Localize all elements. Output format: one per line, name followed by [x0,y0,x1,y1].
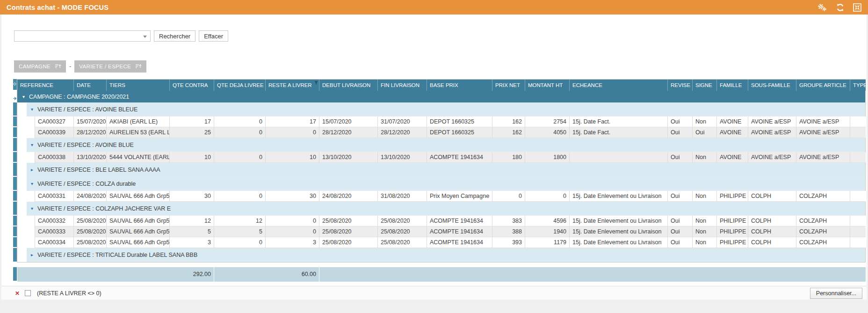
col-header-revise[interactable]: REVISE [668,80,693,91]
filter-checkbox[interactable] [25,290,31,296]
total-type [850,267,866,282]
row-indicator [13,79,17,91]
rechercher-button[interactable]: Rechercher [154,30,195,42]
cell-date: 25/08/2020 [74,237,107,248]
col-header-reference[interactable]: REFERENCE [17,80,74,91]
cell-qte_deja_livree: 5 [214,226,266,237]
sort-asc-icon[interactable] [135,64,142,70]
cell-date: 25/08/2020 [74,216,107,226]
col-header-sous_famille[interactable]: SOUS-FAMILLE [748,80,796,91]
col-header-fin_livraison[interactable]: FIN LIVRAISON [378,80,427,91]
cell-fin_livraison: 13/10/2020 [378,152,427,163]
chevron-down-icon[interactable]: ▾ [22,95,25,99]
col-header-echeance[interactable]: ECHEANCE [570,80,668,91]
row-indicator [13,191,17,202]
col-header-debut_livraison[interactable]: DEBUT LIVRAISON [319,80,378,91]
cell-groupe_article: COLZAPH [796,191,850,202]
cell-famille: AVOINE [717,127,748,138]
table-row[interactable]: CA00032715/07/2020AKIABI (EARL LE)170171… [13,116,866,127]
total-signe [693,267,717,282]
total-tiers [107,267,170,282]
table-row[interactable]: CA00033425/08/2020SAUVAL 666 Adh Grp5303… [13,237,866,248]
cell-montant_ht: 1179 [525,237,570,248]
total-reference [17,267,74,282]
table-row[interactable]: CA00033928/12/2020AURELIEN 53 (EARL LE25… [13,127,866,138]
col-header-label: GROUPE ARTICLE [799,82,846,88]
variete-group-bar[interactable]: ▸VARIETE / ESPECE : BLE LABEL SANA AAAA [27,163,865,177]
group-chip-variete-espece[interactable]: VARIETE / ESPECE [74,60,146,73]
col-header-qte_contra[interactable]: QTE CONTRA [170,80,214,91]
group-row-campagne[interactable]: ▾CAMPAGNE : CAMPAGNE 2020/2021 [13,91,866,102]
cell-signe: Non [693,226,717,237]
variete-group-bar[interactable]: ▸VARIETE / ESPECE : TRITICALE Durable LA… [27,248,865,262]
row-indicator [13,248,17,262]
remove-filter-icon[interactable]: ✕ [15,290,20,297]
table-row[interactable]: CA00033225/08/2020SAUVAL 666 Adh Grp5121… [13,216,866,226]
chevron-down-icon[interactable]: ▾ [31,107,33,112]
col-header-date[interactable]: DATE [74,80,107,91]
table-row[interactable]: CA00033813/10/20205444 VOLANTE (EARL1001… [13,152,866,163]
row-indicator [13,202,17,216]
col-header-base_prix[interactable]: BASE PRIX [427,80,492,91]
cell-qte_contra: 25 [170,127,214,138]
cell-base_prix: ACOMPTE 1941634 [427,216,492,226]
search-combobox[interactable] [14,30,151,42]
col-header-prix_net[interactable]: PRIX NET [492,80,525,91]
cell-groupe_article: COLZAPH [796,237,850,248]
group-row[interactable]: ▾VARIETE / ESPECE : COLZA durable [13,177,866,191]
group-row[interactable]: ▾VARIETE / ESPECE : COLZAPH JACHERE VAR … [13,202,866,216]
col-header-label: REVISE [671,82,690,88]
col-header-signe[interactable]: SIGNE [693,80,717,91]
chevron-right-icon[interactable]: ▸ [31,253,33,257]
table-row[interactable]: CA00033325/08/2020SAUVAL 666 Adh Grp5550… [13,226,866,237]
personnaliser-button[interactable]: Personnaliser... [810,288,862,299]
campagne-group-bar[interactable]: ▾CAMPAGNE : CAMPAGNE 2020/2021 [17,91,865,102]
chevron-down-icon[interactable] [143,36,147,38]
refresh-icon[interactable] [836,3,845,12]
group-row[interactable]: ▸VARIETE / ESPECE : TRITICALE Durable LA… [13,248,866,262]
group-row[interactable]: ▾VARIETE / ESPECE : AVOINE BLEUE [13,102,866,116]
chevron-right-icon[interactable]: ▸ [31,167,33,172]
col-header-montant_ht[interactable]: MONTANT HT [525,80,570,91]
col-header-type[interactable]: TYPE [850,80,866,91]
cell-type [850,116,866,127]
cell-groupe_article: AVOINE a/ESP [796,127,850,138]
cell-reference: CA000334 [35,237,74,248]
variete-group-bar[interactable]: ▾VARIETE / ESPECE : COLZAPH JACHERE VAR … [27,202,865,216]
group-row[interactable]: ▾VARIETE / ESPECE : AVOINE BLUE [13,138,866,152]
row-indicator [13,237,17,248]
cell-montant_ht: 4050 [525,127,570,138]
col-header-groupe_article[interactable]: GROUPE ARTICLE [796,80,850,91]
sort-asc-icon[interactable] [55,64,61,70]
cell-prix_net: 388 [492,226,525,237]
collapse-icon[interactable] [853,3,861,12]
focused-row-arrow-icon [13,94,17,102]
chevron-down-icon[interactable]: ▾ [31,182,33,186]
row-indicator [13,152,17,163]
col-header-qte_deja_livree[interactable]: QTE DEJA LIVREE [214,80,266,91]
select-all-icon[interactable] [13,82,16,86]
col-header-reste_a_livrer[interactable]: RESTE A LIVRER [266,80,319,91]
table-row[interactable]: CA00033124/08/2020SAUVAL 666 Adh Grp5300… [13,191,866,202]
cell-type [850,237,866,248]
variete-group-bar[interactable]: ▾VARIETE / ESPECE : AVOINE BLUE [27,138,865,152]
variete-group-label: VARIETE / ESPECE : AVOINE BLEUE [37,106,137,113]
cell-famille: PHILIPPE [717,191,748,202]
row-indicator [13,91,17,102]
col-header-tiers[interactable]: TIERS [107,80,170,91]
group-row[interactable]: ▸VARIETE / ESPECE : BLE LABEL SANA AAAA [13,163,866,177]
gears-icon[interactable] [817,3,827,12]
cell-sous_famille: COLPH [748,191,796,202]
variete-group-bar[interactable]: ▾VARIETE / ESPECE : COLZA durable [27,177,865,191]
chevron-down-icon[interactable]: ▾ [31,206,33,211]
group-chip-campagne[interactable]: CAMPAGNE [14,60,66,73]
variete-group-bar[interactable]: ▾VARIETE / ESPECE : AVOINE BLEUE [27,102,865,116]
chevron-down-icon[interactable]: ▾ [31,143,33,147]
effacer-button[interactable]: Effacer [199,30,228,42]
cell-reste_a_livrer: 0 [266,226,319,237]
col-header-famille[interactable]: FAMILLE [717,80,748,91]
filter-icon[interactable] [314,80,318,86]
cell-groupe_article: AVOINE a/ESP [796,152,850,163]
grid-header-row: REFERENCEDATETIERSQTE CONTRAQTE DEJA LIV… [13,79,866,91]
cell-debut_livraison: 15/07/2020 [319,116,378,127]
